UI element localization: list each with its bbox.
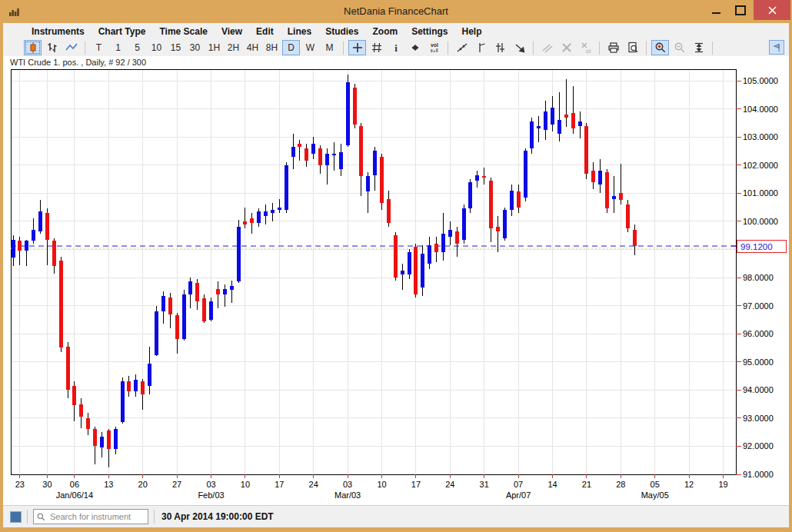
toolbar-candlestick-chart-icon[interactable]	[24, 40, 42, 55]
toolbar-parallel-vertical-lines-icon[interactable]	[491, 40, 509, 55]
toolbar-tf-weekly-button[interactable]: W	[301, 40, 319, 55]
candle-body	[216, 289, 220, 294]
menu-help[interactable]: Help	[454, 25, 488, 38]
svg-text:i: i	[394, 42, 398, 54]
candle-body	[155, 311, 158, 355]
candle-body	[373, 151, 377, 175]
toolbar-parallel-lines-icon[interactable]	[538, 40, 556, 55]
menu-chart-type[interactable]: Chart Type	[92, 25, 153, 38]
toolbar-tf-tick-button[interactable]: T	[90, 40, 108, 55]
date-tick-label: 10	[377, 480, 386, 489]
client-area: InstrumentsChart TypeTime ScaleViewEditL…	[3, 23, 789, 527]
toolbar-draw-arrow-icon[interactable]	[511, 40, 528, 55]
candle-body	[530, 121, 534, 148]
candle-body	[12, 240, 15, 258]
candle-body	[121, 381, 125, 422]
title-bar[interactable]: NetDania FinanceChart	[0, 0, 792, 23]
toolbar-separator	[599, 42, 600, 55]
candle-body	[503, 210, 507, 238]
minimize-button[interactable]	[704, 0, 727, 20]
price-tick-label: 101.0000	[743, 188, 778, 198]
candle-body	[107, 431, 111, 449]
toolbar-vertical-line-icon[interactable]	[472, 40, 490, 55]
candle-body	[578, 121, 582, 125]
window-title: NetDania FinanceChart	[0, 5, 792, 17]
candle-body	[148, 364, 151, 386]
candle-body	[271, 210, 275, 213]
toolbar-zoom-out-icon[interactable]	[671, 40, 688, 55]
candle-body	[612, 196, 616, 199]
candle-body	[414, 247, 418, 294]
toolbar-print-preview-icon[interactable]	[624, 40, 641, 55]
candle-body	[401, 271, 404, 274]
toolbar-print-icon[interactable]	[604, 40, 622, 55]
menu-edit[interactable]: Edit	[249, 25, 281, 38]
menu-instruments[interactable]: Instruments	[25, 25, 92, 38]
menu-settings[interactable]: Settings	[404, 25, 454, 38]
menu-time-scale[interactable]: Time Scale	[152, 25, 214, 38]
toolbar-separator	[343, 42, 344, 55]
price-tick-label: 102.0000	[743, 161, 778, 170]
toolbar-tf-1hour-button[interactable]: 1H	[205, 40, 223, 55]
candle-body	[434, 244, 438, 252]
status-bar: 30 Apr 2014 19:00:00 EDT	[3, 505, 789, 527]
menu-studies[interactable]: Studies	[318, 25, 365, 38]
candle-body	[544, 111, 547, 130]
toolbar-delete-line-icon[interactable]	[557, 40, 575, 55]
toolbar-delete-all-lines-icon[interactable]: all	[577, 40, 594, 55]
date-tick-label: 21	[582, 480, 591, 489]
candle-body	[182, 294, 186, 340]
candle-body	[86, 418, 90, 430]
date-tick-label: 31	[480, 480, 489, 489]
candle-body	[626, 204, 630, 228]
toolbar-tf-4hour-button[interactable]: 4H	[244, 40, 261, 55]
maximize-button[interactable]	[729, 0, 752, 20]
toolbar-tf-10min-button[interactable]: 10	[148, 40, 165, 55]
toolbar-trend-line-icon[interactable]	[453, 40, 471, 55]
close-icon	[768, 6, 777, 15]
toolbar-line-chart-icon[interactable]	[62, 40, 80, 55]
candle-body	[100, 437, 104, 448]
toolbar-tf-2hour-button[interactable]: 2H	[225, 40, 242, 55]
toolbar-horizontal-scroll-icon[interactable]	[406, 40, 424, 55]
toolbar-tf-30min-button[interactable]: 30	[186, 40, 204, 55]
chart-canvas[interactable]: 105.0000104.0000103.0000102.0000101.0000…	[3, 56, 789, 506]
pin-panel-button[interactable]	[769, 40, 784, 55]
toolbar-info-icon[interactable]: i	[387, 40, 404, 55]
candle-body	[243, 221, 247, 224]
toolbar-zoom-in-icon[interactable]	[651, 40, 669, 55]
candle-body	[93, 429, 97, 446]
date-tick-label: 24	[309, 480, 318, 489]
menu-zoom[interactable]: Zoom	[365, 25, 404, 38]
toolbar-crosshair-icon[interactable]	[348, 40, 366, 55]
gridlines	[11, 69, 736, 474]
toolbar-fit-vertical-icon[interactable]	[690, 40, 707, 55]
candle-body	[551, 108, 554, 125]
toolbar-grid-toggle-icon[interactable]	[368, 40, 385, 55]
candle-body	[380, 157, 384, 203]
toolbar-tf-monthly-button[interactable]: M	[321, 40, 338, 55]
candle-body	[571, 113, 575, 128]
candle-body	[32, 230, 35, 241]
search-input[interactable]	[48, 511, 145, 522]
toolbar-ohlc-bar-chart-icon[interactable]	[43, 40, 61, 55]
price-tick-label: 95.0000	[743, 357, 774, 367]
menu-view[interactable]: View	[215, 25, 249, 38]
app-window: NetDania FinanceChart InstrumentsChart T…	[0, 0, 792, 532]
date-tick-label: 20	[138, 480, 148, 489]
price-tick-label: 100.0000	[743, 217, 778, 226]
instrument-search[interactable]	[33, 509, 148, 524]
toolbar-tf-1min-button[interactable]: 1	[109, 40, 127, 55]
month-tick-label: Feb/03	[198, 490, 224, 500]
toolbar-volume-icon[interactable]: vol	[425, 40, 443, 55]
candle-body	[359, 126, 363, 177]
candle-body	[66, 347, 70, 391]
toolbar-tf-8hour-button[interactable]: 8H	[263, 40, 281, 55]
close-button[interactable]	[754, 0, 790, 20]
toolbar-tf-15min-button[interactable]: 15	[167, 40, 185, 55]
candle-body	[394, 235, 398, 278]
toolbar-tf-5min-button[interactable]: 5	[128, 40, 146, 55]
date-tick-label: 06	[70, 480, 79, 489]
toolbar-tf-daily-button[interactable]: D	[282, 40, 300, 55]
menu-lines[interactable]: Lines	[281, 25, 318, 38]
